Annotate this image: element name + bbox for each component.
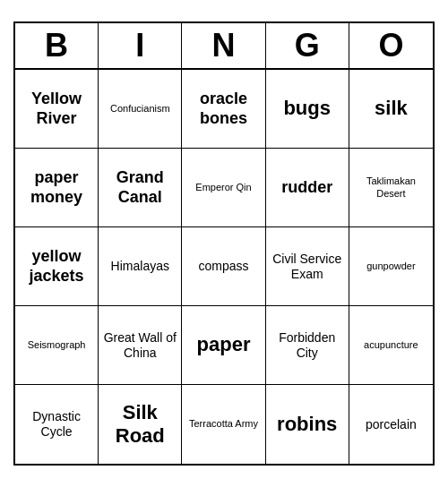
bingo-cell[interactable]: Confucianism (99, 70, 182, 149)
cell-text: Himalayas (111, 259, 169, 274)
cell-text: paper money (19, 168, 94, 207)
bingo-cell[interactable]: Taklimakan Desert (349, 149, 433, 227)
cell-text: porcelain (366, 417, 417, 432)
bingo-cell[interactable]: silk (349, 70, 433, 149)
bingo-cell[interactable]: gunpowder (349, 227, 433, 306)
bingo-cell[interactable]: acupuncture (349, 306, 433, 385)
cell-text: robins (277, 413, 337, 436)
cell-text: Dynastic Cycle (19, 409, 94, 440)
bingo-header-letter: I (99, 23, 182, 68)
bingo-header-letter: O (349, 23, 433, 68)
bingo-header: BINGO (15, 23, 433, 70)
bingo-cell[interactable]: porcelain (349, 385, 433, 464)
cell-text: oracle bones (185, 90, 261, 128)
cell-text: Terracotta Army (189, 418, 258, 430)
bingo-cell[interactable]: Yellow River (15, 70, 99, 149)
cell-text: Grand Canal (102, 168, 177, 207)
cell-text: yellow jackets (19, 247, 94, 286)
bingo-cell[interactable]: Civil Service Exam (266, 227, 349, 306)
bingo-cell[interactable]: oracle bones (182, 70, 265, 149)
cell-text: Forbidden City (270, 330, 345, 361)
cell-text: silk (375, 97, 408, 120)
bingo-grid: Yellow RiverConfucianismoracle bonesbugs… (15, 70, 433, 464)
bingo-cell[interactable]: rudder (266, 149, 349, 227)
bingo-cell[interactable]: Seismograph (15, 306, 99, 385)
cell-text: acupuncture (364, 339, 418, 351)
cell-text: Silk Road (102, 401, 177, 449)
bingo-cell[interactable]: Terracotta Army (182, 385, 265, 464)
cell-text: compass (198, 259, 248, 274)
bingo-cell[interactable]: Forbidden City (266, 306, 349, 385)
bingo-cell[interactable]: compass (182, 227, 265, 306)
bingo-cell[interactable]: Himalayas (99, 227, 182, 306)
cell-text: gunpowder (366, 261, 415, 272)
bingo-card: BINGO Yellow RiverConfucianismoracle bon… (13, 21, 435, 466)
bingo-header-letter: N (182, 23, 265, 68)
bingo-cell[interactable]: Emperor Qin (182, 149, 265, 227)
cell-text: Great Wall of China (102, 330, 177, 361)
bingo-cell[interactable]: Great Wall of China (99, 306, 182, 385)
cell-text: Civil Service Exam (270, 252, 345, 282)
cell-text: Confucianism (110, 103, 170, 115)
bingo-cell[interactable]: paper (182, 306, 265, 385)
cell-text: Taklimakan Desert (353, 175, 429, 199)
bingo-header-letter: B (15, 23, 99, 68)
bingo-cell[interactable]: Silk Road (99, 385, 182, 464)
bingo-header-letter: G (266, 23, 349, 68)
bingo-cell[interactable]: yellow jackets (15, 227, 99, 306)
bingo-cell[interactable]: Grand Canal (99, 149, 182, 227)
cell-text: rudder (281, 178, 332, 198)
cell-text: Seismograph (28, 339, 86, 351)
cell-text: Emperor Qin (195, 182, 251, 193)
cell-text: paper (197, 333, 251, 356)
bingo-cell[interactable]: bugs (266, 70, 349, 149)
bingo-cell[interactable]: paper money (15, 149, 99, 227)
bingo-cell[interactable]: Dynastic Cycle (15, 385, 99, 464)
cell-text: bugs (283, 97, 331, 120)
cell-text: Yellow River (19, 90, 94, 128)
bingo-cell[interactable]: robins (266, 385, 349, 464)
